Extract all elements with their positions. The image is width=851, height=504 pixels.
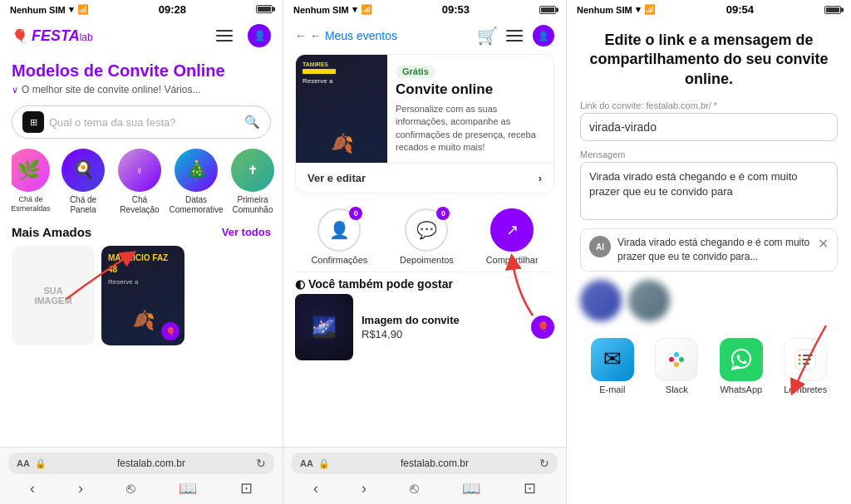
time-3: 09:54 xyxy=(726,3,754,16)
email-app[interactable]: ✉ E-mail xyxy=(591,338,634,394)
preview-text: Virada virado está chegando e é com muit… xyxy=(617,236,811,264)
reminders-app[interactable]: Lembretes xyxy=(784,338,827,394)
reminders-icon xyxy=(784,338,827,381)
url-bar-1[interactable]: AA 🔒 festalab.com.br ↻ xyxy=(8,453,274,474)
thumb-mauricio[interactable]: MAURÍCIO FAZ 48 Reserve a 🍂 🎈 xyxy=(101,246,184,345)
whatsapp-label: WhatsApp xyxy=(720,384,762,394)
tabs-nav-2[interactable]: ⊡ xyxy=(524,479,536,497)
category-label-comunhao: PrimeiraComunhão xyxy=(233,195,273,215)
suggestion-title: ◐ Você também pode gostar xyxy=(283,272,566,294)
refresh-icon-1[interactable]: ↻ xyxy=(256,457,266,470)
depoimentos-action[interactable]: 💬 0 Depoimentos xyxy=(400,208,454,265)
depoimentos-badge: 0 xyxy=(436,207,450,220)
share-apps-row: ✉ E-mail Slack xyxy=(580,331,838,404)
p2-header: ← ← Meus eventos 🛒 👤 xyxy=(283,19,566,54)
status-bar-3: Nenhum SIM ▾ 📶 09:54 xyxy=(567,0,851,19)
share-nav-1[interactable]: ⎋ xyxy=(126,480,135,497)
email-label: E-mail xyxy=(599,384,625,394)
aa-label-1: AA xyxy=(17,458,30,468)
share-nav-2[interactable]: ⎋ xyxy=(410,480,419,497)
svg-rect-3 xyxy=(674,362,679,367)
confirmacoes-action[interactable]: 👤 0 Confirmações xyxy=(311,208,367,265)
svg-point-5 xyxy=(799,354,801,356)
ornament-icon: 🍂 xyxy=(132,308,155,334)
category-item-revelacao[interactable]: ♀ CháRevelação xyxy=(116,149,163,215)
battery-icon-1 xyxy=(256,5,273,15)
search-bar[interactable]: ⊞ Qual o tema da sua festa? 🔍 xyxy=(12,105,271,139)
logo-balloon-icon: 🎈 xyxy=(12,28,28,44)
lock-icon-2: 🔒 xyxy=(318,458,330,469)
free-badge: Grátis xyxy=(396,65,435,78)
cart-icon: 🛒 xyxy=(477,27,498,45)
compartilhar-action[interactable]: ↗ Compartilhar xyxy=(486,208,539,265)
sim-label-3: Nenhum SIM xyxy=(577,5,632,15)
message-field-label: Mensagem xyxy=(580,149,838,159)
convite-card: TAMIRES Reserve a 🍂 Grátis Convite onlin… xyxy=(295,54,554,193)
category-item-comunhao[interactable]: ✝ PrimeiraComunhão xyxy=(229,149,276,215)
suggestion-image: 🌌 xyxy=(295,294,353,360)
tabs-nav-1[interactable]: ⊡ xyxy=(240,479,253,497)
slack-app[interactable]: Slack xyxy=(655,338,698,394)
status-left-2: Nenhum SIM ▾ 📶 xyxy=(293,4,372,15)
cart-button[interactable]: 🛒 xyxy=(477,26,498,46)
link-input[interactable]: virada-virado xyxy=(580,113,838,141)
confirmacoes-circle: 👤 0 xyxy=(317,208,361,252)
back-button[interactable]: ← ← Meus eventos xyxy=(295,29,397,42)
p1-header: 🎈 FESTAlab 👤 xyxy=(0,19,283,54)
nav-bar-1: ‹ › ⎋ 📖 ⊡ xyxy=(8,479,274,497)
ver-editar-button[interactable]: Ver e editar › xyxy=(296,163,553,193)
category-item-esmeralda[interactable]: 🌿 Chá deEsmeraldas xyxy=(12,149,50,215)
suggestion-item[interactable]: 🌌 Imagem do convite R$14,90 🎈 xyxy=(283,294,566,360)
forward-nav-2[interactable]: › xyxy=(362,480,366,497)
category-label-revelacao: CháRevelação xyxy=(120,195,159,215)
aa-label-2: AA xyxy=(300,458,313,468)
category-scroll: 🌿 Chá deEsmeraldas 🍳 Chá dePanela ♀ CháR… xyxy=(0,144,283,220)
whatsapp-app[interactable]: WhatsApp xyxy=(720,338,763,394)
user-avatar-2[interactable]: 👤 xyxy=(533,25,554,46)
status-left-1: Nenhum SIM ▾ 📶 xyxy=(10,4,89,15)
bookmarks-nav-2[interactable]: 📖 xyxy=(462,479,480,497)
svg-rect-0 xyxy=(669,357,674,362)
url-bar-2[interactable]: AA 🔒 festalab.com.br ↻ xyxy=(292,453,558,474)
category-item-datas[interactable]: 🎄 DatasComemorative xyxy=(173,149,219,215)
svg-point-7 xyxy=(799,358,801,360)
thumb-placeholder[interactable]: SUAIMAGEM xyxy=(12,246,95,345)
category-icon-comunhao: ✝ xyxy=(231,149,274,192)
slack-label: Slack xyxy=(666,384,688,394)
suggestion-balloon-icon: 🎈 xyxy=(531,316,554,339)
refresh-icon-2[interactable]: ↻ xyxy=(539,457,549,470)
back-nav-2[interactable]: ‹ xyxy=(313,480,318,497)
status-left-3: Nenhum SIM ▾ 📶 xyxy=(577,4,656,15)
category-label-esmeralda: Chá deEsmeraldas xyxy=(12,195,50,213)
depoimentos-icon: 💬 xyxy=(416,220,437,240)
ver-todos-link[interactable]: Ver todos xyxy=(222,226,271,238)
search-input[interactable]: Qual o tema da sua festa? xyxy=(49,116,239,129)
back-nav-1[interactable]: ‹ xyxy=(30,480,35,497)
bookmarks-nav-1[interactable]: 📖 xyxy=(179,479,197,497)
search-icon[interactable]: 🔍 xyxy=(244,115,260,130)
url-text-2: festalab.com.br xyxy=(335,458,534,469)
menu-button[interactable] xyxy=(216,24,239,47)
avatar-icon-2: 👤 xyxy=(538,31,549,42)
message-textarea[interactable]: Virada virado está chegando e é com muit… xyxy=(580,162,838,220)
close-preview-button[interactable]: ✕ xyxy=(818,236,829,252)
forward-nav-1[interactable]: › xyxy=(78,480,83,497)
suggestion-emoji: ◐ xyxy=(295,277,308,291)
p3-content: Edite o link e a mensagem de compartilha… xyxy=(567,19,851,504)
svg-point-9 xyxy=(799,362,801,365)
wifi-icon-3: 📶 xyxy=(644,4,656,15)
svg-rect-10 xyxy=(803,363,809,365)
browser-bar-2: AA 🔒 festalab.com.br ↻ ‹ › ⎋ 📖 ⊡ xyxy=(283,447,566,504)
battery-icon-2 xyxy=(539,6,556,14)
category-item-panela[interactable]: 🍳 Chá dePanela xyxy=(60,149,106,215)
card-image-divider xyxy=(303,69,336,74)
user-avatar[interactable]: 👤 xyxy=(248,24,271,47)
time-2: 09:53 xyxy=(442,3,470,16)
depoimentos-label: Depoimentos xyxy=(400,255,454,265)
link-field-label: Link do convite: festalab.com.br/ * xyxy=(580,100,838,110)
p2-right-icons: 🛒 👤 xyxy=(477,24,554,47)
link-field: Link do convite: festalab.com.br/ * vira… xyxy=(580,100,838,141)
filter-icon[interactable]: ⊞ xyxy=(22,111,44,133)
svg-rect-8 xyxy=(803,359,811,360)
menu-button-2[interactable] xyxy=(506,24,524,47)
